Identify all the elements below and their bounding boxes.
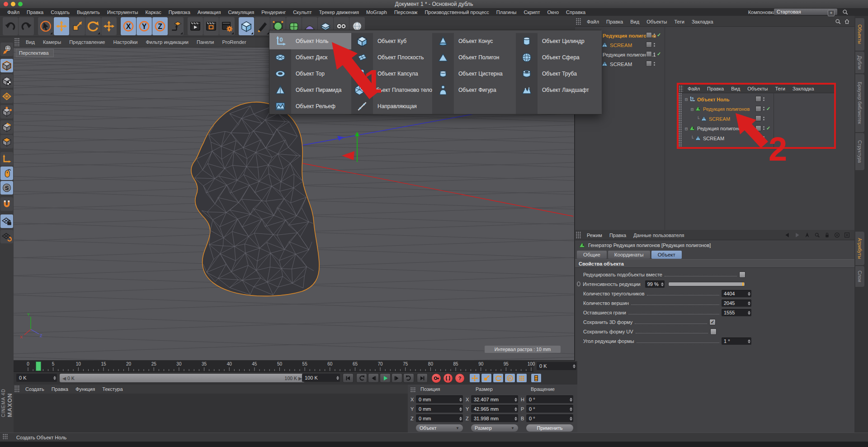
tab-общие[interactable]: Общие (577, 251, 607, 259)
panel-grip[interactable] (576, 18, 581, 25)
value-spinner[interactable] (570, 407, 572, 411)
value-field[interactable]: 1555 (722, 309, 751, 316)
viewport-menu-4[interactable]: Настройки (109, 39, 142, 45)
menu-item-sphere[interactable]: Объект Сфера (516, 49, 602, 66)
add-primitive-button[interactable] (239, 17, 254, 35)
menu-7[interactable]: Привязка (165, 10, 194, 15)
object-manager-menu-4[interactable]: Объекты (643, 19, 670, 24)
lock-z-button[interactable]: Z (152, 17, 168, 35)
search-icon[interactable] (814, 232, 820, 239)
value-spinner[interactable] (459, 417, 462, 421)
layer-color-swatch[interactable] (646, 51, 652, 57)
rotate-button[interactable] (85, 17, 101, 35)
enabled-check-icon[interactable]: ✓ (657, 32, 661, 38)
panel-grip[interactable] (14, 38, 20, 46)
menu-item-tank[interactable]: Объект Цистерна (432, 66, 516, 82)
coord-field-вращение-p[interactable]: 0 ° (526, 405, 573, 413)
value-field[interactable]: 1 ° (722, 338, 751, 345)
object-row-controls[interactable]: ✓ (646, 51, 661, 57)
polygons-mode-button[interactable] (0, 135, 13, 148)
object-row-controls[interactable]: ✓ (646, 32, 661, 38)
add-panel-button[interactable]: + (828, 10, 835, 16)
kf-position-button[interactable] (469, 373, 480, 383)
visibility-dots[interactable] (654, 62, 655, 66)
range-left-arrow-icon[interactable]: ◀ (62, 376, 67, 381)
menu-item-figure[interactable]: Объект Фигура (432, 82, 516, 98)
inset-menu-5[interactable]: Теги (772, 86, 789, 91)
menu-item-cone[interactable]: Объект Конус (432, 33, 516, 49)
menu-19[interactable]: Справка (562, 10, 589, 15)
close-window-icon[interactable] (4, 2, 8, 6)
menu-item-platonic[interactable]: Объект Платоново тело (351, 82, 432, 98)
value-spinner[interactable] (459, 407, 462, 411)
last-tool-button[interactable] (101, 17, 117, 35)
menu-item-pyramid[interactable]: Объект Пирамида (269, 82, 351, 98)
viewport-menu-6[interactable]: Панели (193, 39, 218, 45)
checkbox-checked[interactable]: ✓ (709, 319, 716, 325)
viewport-menu-7[interactable]: ProRender (218, 39, 250, 45)
preview-range-bar[interactable]: ◀ 0 K 100 K ▶ (60, 374, 305, 382)
next-frame-button[interactable] (392, 373, 402, 383)
autokey-button[interactable] (443, 373, 453, 383)
history-back-icon[interactable] (784, 232, 790, 239)
material-menu-1[interactable]: Создать (22, 386, 48, 392)
coord-field-позиция-z[interactable]: 0 mm (416, 414, 463, 422)
tab-координаты[interactable]: Координаты (608, 251, 650, 259)
menu-16[interactable]: Плагины (493, 10, 520, 15)
apply-button[interactable]: Применить (526, 424, 573, 432)
range-end-spinner[interactable]: 100 K (302, 374, 340, 382)
inset-menu-1[interactable]: Файл (684, 86, 703, 91)
object-row-controls[interactable] (646, 42, 655, 48)
enabled-check-icon[interactable]: ✓ (657, 51, 661, 57)
menu-6[interactable]: Каркас (142, 10, 165, 15)
kf-scale-button[interactable] (481, 373, 492, 383)
side-tab-4[interactable]: Структура (855, 133, 864, 170)
menu-item-cylinder[interactable]: Объект Цилиндр (516, 33, 602, 49)
value-spinner[interactable] (570, 398, 572, 402)
menu-10[interactable]: Рендеринг (258, 10, 289, 15)
question-button[interactable]: ? (455, 373, 465, 383)
render-view-button[interactable] (188, 17, 203, 35)
value-spinner[interactable] (661, 282, 664, 286)
undo-button[interactable] (3, 17, 18, 35)
texture-mode-button[interactable] (0, 74, 13, 88)
value-field[interactable]: 4404 (722, 290, 751, 297)
viewport-menu-5[interactable]: Фильтр индикации (142, 39, 193, 45)
side-tab-bottom-1[interactable]: Атрибуты (855, 232, 864, 265)
layer-color-swatch[interactable] (646, 61, 652, 67)
record-key-button[interactable] (431, 373, 441, 383)
menu-17[interactable]: Скрипт (520, 10, 543, 15)
coordinate-system-button[interactable] (168, 17, 184, 35)
lock-x-button[interactable]: X (121, 17, 136, 35)
side-tab-3[interactable]: Браузер библиотек (855, 74, 864, 132)
menu-item-landscape[interactable]: Объект Ландшафт (516, 82, 602, 98)
material-menu-4[interactable]: Текстура (99, 386, 126, 392)
next-key-button[interactable] (403, 373, 414, 383)
coord-field-вращение-h[interactable]: 0 ° (526, 395, 573, 403)
layer-color-swatch[interactable] (646, 32, 652, 38)
menu-item-guide[interactable]: Направляющая (351, 98, 432, 114)
snap-button[interactable] (0, 197, 13, 211)
frame-spinner[interactable]: 0 K (537, 362, 576, 370)
menu-9[interactable]: Симуляция (224, 10, 258, 15)
value-spinner[interactable] (514, 398, 517, 402)
visibility-dots[interactable] (654, 52, 655, 56)
value-spinner[interactable] (514, 417, 517, 421)
attribute-menu-1[interactable]: Режим (583, 233, 606, 238)
menu-item-relief[interactable]: Объект Рельеф (269, 98, 351, 114)
search-icon[interactable] (842, 9, 848, 16)
inset-menu-4[interactable]: Объекты (744, 86, 771, 91)
menu-5[interactable]: Инструменты (104, 10, 142, 15)
side-tab-1[interactable]: Объекты (855, 18, 864, 51)
play-button[interactable] (380, 373, 391, 383)
panel-grip[interactable] (14, 385, 20, 393)
menu-item-capsule[interactable]: Объект Капсула (351, 66, 432, 82)
coord-field-вращение-b[interactable]: 0 ° (526, 414, 573, 422)
menu-item-polygon[interactable]: Объект Полигон (432, 49, 516, 66)
menu-item-cube[interactable]: Объект Куб (351, 33, 432, 49)
object-row-4[interactable]: ⊟SCREAM (597, 59, 632, 69)
cursor-arrow-icon[interactable] (804, 232, 810, 239)
value-spinner[interactable] (748, 292, 750, 296)
lock-y-button[interactable]: Y (137, 17, 152, 35)
attribute-menu-3[interactable]: Данные пользователя (630, 233, 688, 238)
